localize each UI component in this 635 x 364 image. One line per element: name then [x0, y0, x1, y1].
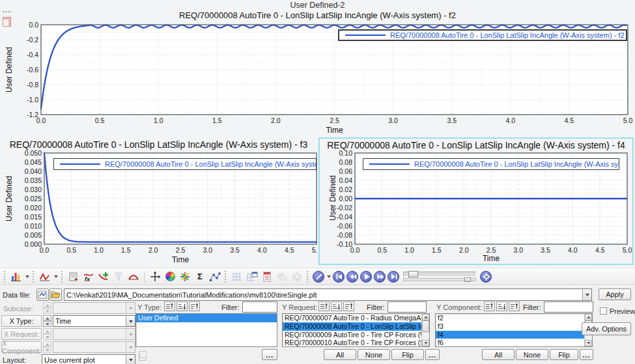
scroll-thumb[interactable] — [422, 320, 429, 332]
svg-text:3.0: 3.0 — [513, 246, 523, 254]
list-item[interactable]: User Defined — [136, 314, 277, 322]
scrollbar[interactable] — [421, 314, 429, 346]
list-item[interactable]: REQ/70000009 AutoTire 0 - Tire CP Forces… — [283, 331, 421, 339]
edit-view-button[interactable] — [313, 271, 324, 283]
subplot-grid-icon[interactable] — [246, 270, 259, 283]
x-type-spinner[interactable] — [43, 315, 51, 327]
list-item[interactable]: REQ/70000008 AutoTire 0 - LonSlip LatSli… — [283, 322, 421, 331]
y-request-none-button[interactable]: None — [358, 349, 390, 360]
y-request-list[interactable]: REQ/70000007 AutoTire 0 - Radius OmegaAc… — [282, 313, 430, 347]
plot-type-button[interactable] — [10, 270, 23, 283]
plot-bottom-left[interactable]: REQ/70000008 AutoTire 0 - LonSlip LatSli… — [0, 138, 317, 267]
spline-icon[interactable] — [208, 270, 221, 283]
toolbar-handle[interactable] — [4, 271, 7, 283]
sort-original-button[interactable] — [164, 301, 175, 311]
sort-ascending-button[interactable] — [331, 301, 342, 311]
anim-last-button[interactable] — [388, 271, 399, 283]
edit-view-dropdown[interactable] — [326, 270, 331, 283]
open-file-icon-button[interactable] — [49, 288, 62, 301]
list-item[interactable]: f3 — [436, 322, 584, 331]
plot-window-icon-button[interactable] — [36, 288, 49, 301]
y-component-filter-input[interactable] — [544, 301, 593, 313]
scroll-down-arrow[interactable] — [422, 340, 429, 346]
toolbar-handle[interactable] — [225, 271, 227, 283]
plot-type-dropdown[interactable] — [25, 270, 29, 283]
y-type-more-button[interactable]: ... — [262, 349, 277, 360]
data-file-dropdown-arrow[interactable] — [582, 289, 591, 300]
y-request-all-button[interactable]: All — [324, 349, 356, 360]
plot-main-canvas[interactable]: 0.00.51.01.52.02.53.03.54.04.55.00.0-0.2… — [0, 9, 635, 138]
x-type-label-button[interactable]: X Type: — [1, 315, 42, 327]
y-axis-label: User Defined — [5, 173, 14, 225]
legend-line-swatch — [369, 163, 410, 165]
data-file-combobox[interactable]: C:\Venkat\2019\MA_Documentation\Tutorial… — [64, 288, 592, 301]
y-type-filter-input[interactable] — [242, 301, 277, 313]
svg-text:0.00: 0.00 — [339, 195, 353, 203]
apply-button[interactable]: Apply — [599, 288, 631, 300]
plot-right-canvas[interactable]: 0.00.51.01.52.02.53.03.54.04.55.00.100.0… — [320, 139, 632, 264]
legend-label: REQ/70000008 AutoTire 0 - LonSlip LatSli… — [105, 160, 317, 168]
plot-main[interactable]: REQ/70000008 AutoTire 0 - LonSlip LatSli… — [0, 9, 635, 138]
layout-combobox[interactable]: Use current plot — [42, 354, 135, 364]
y-component-list[interactable]: f2f3f4f6 — [435, 313, 593, 347]
anim-first-button[interactable] — [333, 271, 345, 283]
sort-ascending-button[interactable] — [496, 301, 507, 311]
list-item[interactable]: REQ/70000007 AutoTire 0 - Radius OmegaAc… — [283, 314, 421, 322]
scroll-up-arrow[interactable] — [585, 314, 592, 320]
list-item[interactable]: REQ/70000010 AutoTire 0 - Tire CP Forces… — [283, 339, 421, 347]
y-component-more-button[interactable]: ... — [580, 349, 593, 360]
anim-slider-handle[interactable] — [408, 271, 418, 277]
math-fx-icon[interactable]: fx — [82, 270, 95, 283]
toolbar-handle[interactable] — [307, 271, 309, 283]
sort-ascending-button[interactable] — [176, 301, 188, 311]
toolbar-handle[interactable] — [61, 271, 64, 283]
x-type-combobox[interactable]: Time — [53, 315, 135, 327]
anim-settings-button[interactable] — [480, 271, 492, 283]
svg-text:2.5: 2.5 — [330, 117, 339, 124]
toolbar-separator — [144, 271, 145, 283]
adv-options-button[interactable]: Adv. Options — [582, 322, 631, 335]
scroll-down-arrow[interactable] — [585, 340, 592, 346]
sort-original-button[interactable] — [484, 301, 495, 311]
y-component-none-button[interactable]: None — [516, 349, 548, 360]
anim-slider-secondary-handle[interactable] — [464, 277, 471, 282]
y-request-flip-button[interactable]: Flip — [391, 349, 424, 360]
y-request-filter-input[interactable] — [388, 301, 427, 313]
svg-text:0.5: 0.5 — [66, 246, 76, 254]
list-item[interactable]: f6 — [436, 339, 584, 347]
sigma-statistics-icon[interactable]: Σ — [193, 270, 206, 283]
list-item[interactable]: f2 — [436, 314, 584, 322]
list-item[interactable]: f4 — [436, 331, 584, 339]
y-component-label: Y Component: — [436, 303, 482, 311]
color-wheel-icon[interactable] — [163, 270, 176, 283]
sort-descending-button[interactable] — [509, 301, 520, 311]
svg-text:4.0: 4.0 — [505, 117, 515, 124]
anim-play-button[interactable] — [360, 271, 372, 283]
report-icon[interactable] — [261, 270, 274, 283]
grid-toggle-icon[interactable] — [231, 270, 244, 283]
anim-next-button[interactable] — [374, 271, 386, 283]
curve-style-dropdown[interactable] — [53, 270, 58, 283]
import-data-icon[interactable] — [67, 270, 80, 283]
add-curve-icon[interactable] — [97, 270, 110, 283]
toolbar-handle[interactable] — [33, 271, 35, 283]
y-component-flip-button[interactable]: Flip — [550, 349, 578, 360]
zero-axes-icon[interactable] — [148, 270, 162, 283]
preview-checkbox[interactable] — [600, 307, 607, 315]
curve-style-button[interactable] — [38, 270, 51, 283]
plot-left-canvas[interactable]: 0.00.51.01.52.02.53.03.54.04.55.00.0500.… — [0, 138, 317, 267]
sort-descending-button[interactable] — [343, 301, 354, 311]
svg-text:4.0: 4.0 — [568, 246, 578, 254]
svg-text:0.030: 0.030 — [25, 186, 42, 193]
plot-bottom-right-selected[interactable]: REQ/70000008 AutoTire 0 - LonSlip LatSli… — [318, 137, 634, 265]
y-type-list[interactable]: User Defined — [135, 313, 277, 347]
star-marker-icon[interactable] — [178, 270, 191, 283]
sort-original-button[interactable] — [318, 301, 330, 311]
y-component-all-button[interactable]: All — [482, 349, 515, 360]
sort-descending-button[interactable] — [189, 301, 200, 311]
anim-slider[interactable] — [403, 271, 476, 282]
clip-curve-icon[interactable] — [127, 270, 140, 283]
y-request-more-button[interactable]: ... — [425, 349, 440, 360]
scroll-up-arrow[interactable] — [422, 314, 429, 320]
anim-prev-button[interactable] — [346, 271, 358, 283]
